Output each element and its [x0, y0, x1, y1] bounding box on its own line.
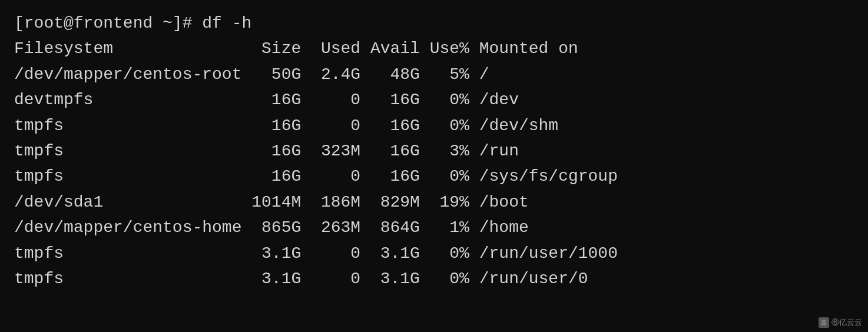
terminal-line: /dev/mapper/centos-root 50G 2.4G 48G 5% …	[14, 62, 854, 87]
terminal-line: /dev/mapper/centos-home 865G 263M 864G 1…	[14, 215, 854, 240]
terminal-output: [root@frontend ~]# df -hFilesystem Size …	[14, 11, 854, 291]
terminal-line: [root@frontend ~]# df -h	[14, 11, 854, 36]
watermark-text: ⑥亿云云	[831, 317, 862, 328]
terminal-line: tmpfs 16G 0 16G 0% /dev/shm	[14, 113, 854, 138]
terminal-line: tmpfs 3.1G 0 3.1G 0% /run/user/1000	[14, 241, 854, 266]
watermark-icon: 云	[819, 317, 829, 328]
terminal-line: Filesystem Size Used Avail Use% Mounted …	[14, 36, 854, 61]
terminal-window: [root@frontend ~]# df -hFilesystem Size …	[0, 0, 868, 332]
terminal-line: tmpfs 16G 0 16G 0% /sys/fs/cgroup	[14, 164, 854, 189]
terminal-line: tmpfs 16G 323M 16G 3% /run	[14, 138, 854, 164]
watermark: 云 ⑥亿云云	[819, 317, 862, 328]
terminal-line: devtmpfs 16G 0 16G 0% /dev	[14, 87, 854, 112]
terminal-line: tmpfs 3.1G 0 3.1G 0% /run/user/0	[14, 266, 854, 291]
terminal-line: /dev/sda1 1014M 186M 829M 19% /boot	[14, 190, 854, 215]
